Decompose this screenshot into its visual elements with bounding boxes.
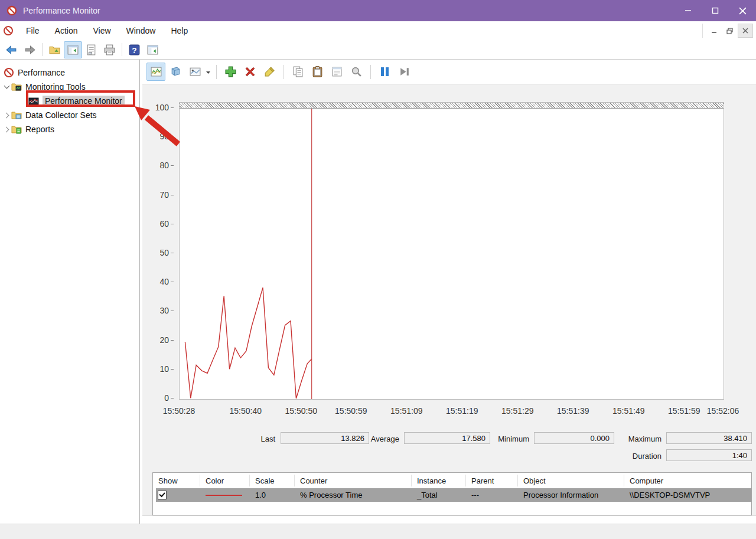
column-header-instance[interactable]: Instance (412, 475, 466, 486)
menu-action[interactable]: Action (47, 21, 86, 40)
counter-color-swatch (206, 495, 242, 496)
update-data-step-icon[interactable] (395, 63, 413, 81)
paste-counter-list-icon[interactable] (308, 63, 327, 81)
mdi-restore-icon[interactable] (722, 24, 737, 37)
average-label: Average (354, 435, 399, 443)
sidebar-item-performance[interactable]: Performance (0, 66, 139, 80)
performance-chart-icon (28, 96, 39, 106)
menu-window[interactable]: Window (119, 21, 164, 40)
maximize-icon[interactable] (702, 0, 729, 21)
chart-toolbar (142, 60, 756, 84)
sidebar-item-label: Reports (25, 125, 54, 134)
chevron-right-icon[interactable] (2, 111, 11, 120)
export-list-icon[interactable] (82, 41, 100, 58)
minimize-icon[interactable] (674, 0, 702, 21)
x-tick-label: 15:50:40 (230, 406, 262, 416)
sidebar-item-label: Data Collector Sets (25, 110, 97, 120)
properties-icon[interactable] (327, 63, 346, 81)
change-graph-type-caret-icon[interactable] (206, 67, 211, 77)
new-window-icon[interactable] (144, 41, 162, 58)
performance-graph-plot (179, 102, 724, 400)
column-header-show[interactable]: Show (153, 475, 200, 486)
folder-reports-icon (11, 124, 22, 135)
row-focus-strip (153, 488, 156, 502)
column-header-color[interactable]: Color (200, 475, 250, 486)
change-graph-type-icon[interactable] (185, 63, 204, 81)
sidebar-item-label: Monitoring Tools (25, 82, 86, 92)
view-current-activity-icon[interactable] (146, 63, 165, 81)
window-title: Performance Monitor (23, 6, 100, 15)
show-checkbox[interactable] (158, 491, 167, 499)
column-header-parent[interactable]: Parent (466, 475, 518, 486)
forward-arrow-icon[interactable] (21, 41, 39, 58)
y-tick-label: 30 (149, 306, 174, 315)
column-header-scale[interactable]: Scale (250, 475, 295, 486)
performance-app-icon (4, 67, 14, 78)
processor-time-series-line (185, 288, 311, 398)
minimum-value-field: 0.000 (534, 432, 614, 444)
duration-value-field: 1:40 (666, 449, 752, 461)
close-icon[interactable] (729, 0, 756, 21)
show-hide-console-tree-icon[interactable] (64, 41, 82, 58)
instance-cell: _Total (412, 488, 466, 502)
x-tick-label: 15:50:28 (163, 406, 195, 416)
y-tick-label: 80 (149, 161, 174, 170)
folder-data-collector-icon (11, 110, 22, 120)
add-counter-icon[interactable] (221, 63, 240, 81)
parent-cell: --- (466, 488, 518, 502)
mdi-close-icon[interactable] (738, 24, 753, 38)
x-tick-label: 15:51:39 (557, 406, 589, 416)
status-bar (0, 524, 756, 539)
sidebar-item-monitoring-tools[interactable]: Monitoring Tools (0, 80, 139, 94)
sidebar-item-reports[interactable]: Reports (0, 122, 139, 136)
console-tree: Performance Monitoring Tools Performance… (0, 60, 140, 524)
y-tick-label: 50 (149, 248, 174, 257)
title-bar: Performance Monitor (0, 0, 756, 21)
counter-cell: % Processor Time (295, 488, 412, 502)
mdi-minimize-icon[interactable] (707, 24, 721, 37)
chevron-down-icon[interactable] (2, 83, 11, 92)
sidebar-item-data-collector-sets[interactable]: Data Collector Sets (0, 108, 139, 122)
menu-view[interactable]: View (85, 21, 118, 40)
table-row[interactable]: 1.0 % Processor Time _Total --- Processo… (153, 488, 751, 502)
chart-toolbar-separator (284, 65, 284, 79)
mdi-window-controls (702, 24, 754, 38)
sidebar-item-label: Performance (18, 68, 65, 77)
duration-label: Duration (614, 452, 662, 460)
x-tick-label: 15:52:06 (707, 406, 739, 416)
highlight-pencil-icon[interactable] (260, 63, 279, 81)
main-toolbar: ? (0, 40, 756, 60)
view-log-data-icon[interactable] (166, 63, 185, 81)
up-one-level-folder-icon[interactable] (45, 41, 64, 58)
x-tick-label: 15:50:59 (335, 406, 367, 416)
freeze-display-pause-icon[interactable] (375, 63, 394, 81)
object-cell: Processor Information (518, 488, 624, 502)
menu-bar: File Action View Window Help (0, 21, 756, 41)
column-header-object[interactable]: Object (518, 475, 624, 486)
sidebar-item-label: Performance Monitor (43, 96, 125, 106)
x-tick-label: 15:51:29 (501, 406, 534, 416)
chart-toolbar-separator (370, 65, 371, 79)
sidebar-item-performance-monitor[interactable]: Performance Monitor (0, 94, 139, 108)
x-tick-label: 15:51:19 (446, 406, 478, 416)
menu-help[interactable]: Help (163, 21, 195, 40)
x-tick-label: 15:51:09 (390, 406, 423, 416)
performance-monitor-app-icon (6, 5, 18, 17)
last-label: Last (235, 435, 275, 443)
y-tick-label: 20 (149, 335, 174, 345)
x-tick-label: 15:50:50 (285, 406, 318, 416)
print-icon[interactable] (100, 41, 119, 58)
copy-properties-icon[interactable] (288, 63, 307, 81)
zoom-icon[interactable] (347, 63, 366, 81)
column-header-counter[interactable]: Counter (295, 475, 412, 486)
delete-counter-icon[interactable] (240, 63, 259, 81)
x-tick-label: 15:51:49 (612, 406, 645, 416)
minimum-label: Minimum (484, 435, 529, 443)
x-tick-label: 15:51:59 (668, 406, 700, 416)
window-controls (674, 0, 756, 21)
column-header-computer[interactable]: Computer (624, 475, 751, 486)
help-icon[interactable]: ? (125, 41, 144, 58)
back-arrow-icon[interactable] (2, 41, 21, 58)
menu-file[interactable]: File (18, 21, 47, 40)
chevron-right-icon[interactable] (2, 125, 11, 134)
